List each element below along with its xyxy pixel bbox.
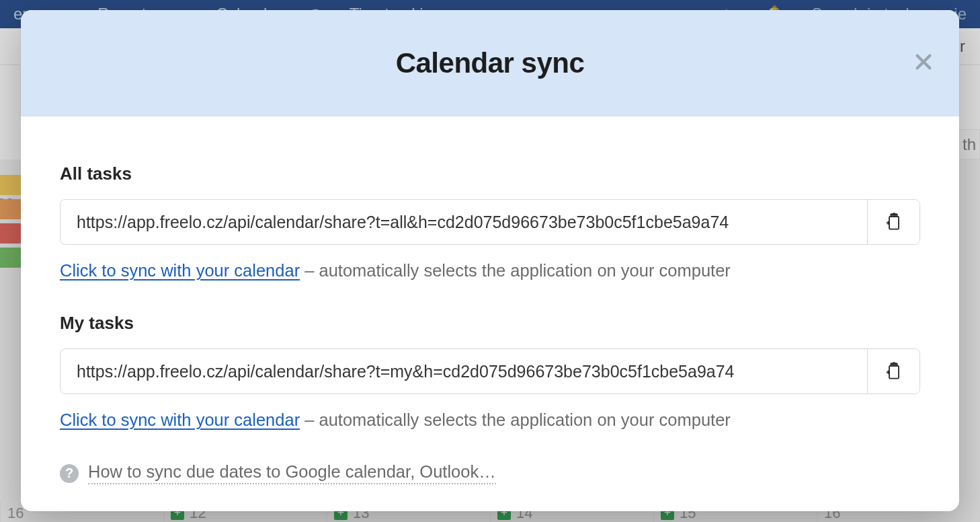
copy-all-tasks-button[interactable]	[867, 200, 920, 244]
all-tasks-url-input[interactable]	[60, 200, 867, 244]
sync-all-tasks-link[interactable]: Click to sync with your calendar	[60, 261, 300, 280]
all-tasks-url-row	[60, 199, 920, 245]
help-link[interactable]: How to sync due dates to Google calendar…	[88, 462, 496, 484]
calendar-sync-modal: Calendar sync All tasks	[21, 10, 959, 511]
sync-suffix: – automatically selects the application …	[300, 410, 731, 429]
sync-suffix: – automatically selects the application …	[300, 261, 731, 280]
close-icon	[913, 51, 934, 75]
my-tasks-url-row	[60, 348, 920, 394]
section-label-all-tasks: All tasks	[60, 163, 920, 184]
clipboard-icon	[885, 361, 903, 382]
copy-my-tasks-button[interactable]	[867, 349, 920, 394]
modal-body: All tasks Click to sync with your calend…	[21, 116, 959, 511]
my-tasks-sync-line: Click to sync with your calendar – autom…	[60, 410, 920, 430]
sync-my-tasks-link[interactable]: Click to sync with your calendar	[60, 410, 300, 429]
help-icon: ?	[60, 464, 79, 483]
help-row: ? How to sync due dates to Google calend…	[60, 462, 920, 484]
all-tasks-sync-line: Click to sync with your calendar – autom…	[60, 261, 920, 281]
clipboard-icon	[885, 212, 903, 233]
modal-header: Calendar sync	[21, 10, 959, 116]
my-tasks-url-input[interactable]	[60, 349, 867, 394]
modal-title: Calendar sync	[396, 47, 585, 79]
close-button[interactable]	[908, 48, 939, 79]
section-label-my-tasks: My tasks	[60, 313, 920, 334]
